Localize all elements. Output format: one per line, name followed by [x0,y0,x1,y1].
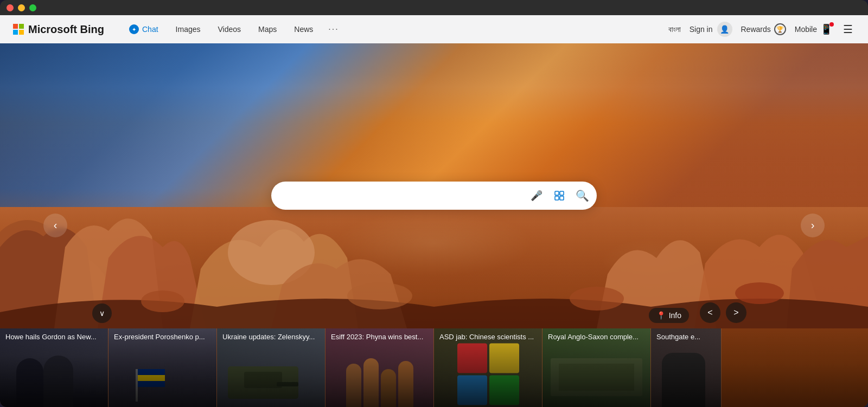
scroll-down-button[interactable]: ∨ [92,303,112,323]
next-image-button[interactable]: > [726,302,746,323]
chevron-left-icon: < [707,308,712,318]
nav-more[interactable]: ··· [323,21,344,37]
news-card[interactable]: Ukraine updates: Zelenskyy... [217,328,326,407]
bing-logo-text: Microsoft Bing [28,23,104,36]
hero-rocks-svg [0,139,868,328]
close-btn[interactable] [7,4,14,11]
news-card[interactable]: Howe hails Gordon as New... [0,328,108,407]
svg-rect-8 [560,191,564,195]
search-input[interactable] [282,191,526,201]
search-box: 🎤 🔍 [271,182,597,210]
svg-point-5 [570,287,624,311]
signin-button[interactable]: Sign in 👤 [690,22,732,37]
card-title: Ex-president Poroshenko p... [108,333,216,342]
news-card[interactable]: Esiff 2023: Phyna wins best... [326,328,434,407]
prev-image-button[interactable]: < [700,302,720,323]
hamburger-button[interactable]: ☰ [841,21,855,38]
card-title: Ukraine updates: Zelenskyy... [217,333,325,342]
svg-rect-10 [560,196,564,200]
location-pin-icon: 📍 [656,311,666,320]
rewards-button[interactable]: Rewards 🏆 [741,23,786,35]
scroll-right-arrow[interactable]: › [801,214,825,237]
search-icons: 🎤 🔍 [526,185,592,206]
card-title: Royal Anglo-Saxon comple... [542,333,650,342]
nav-images[interactable]: Images [168,22,208,37]
news-strip: Howe hails Gordon as New... [0,328,868,407]
svg-point-4 [347,282,412,309]
window-chrome [0,0,868,15]
avatar: 👤 [717,22,732,37]
search-button[interactable]: 🔍 [572,185,592,206]
news-card[interactable]: Royal Anglo-Saxon comple... [542,328,651,407]
navbar: Microsoft Bing ✦ Chat Images Videos Maps… [0,15,868,43]
mobile-button[interactable]: Mobile 📱 [795,23,832,35]
chevron-right-icon: > [733,308,738,318]
nav-maps[interactable]: Maps [251,22,284,37]
nav-videos[interactable]: Videos [210,22,249,37]
hero-section: 🎤 🔍 ∨ [0,43,868,407]
phone-icon-wrapper: 📱 [820,23,832,35]
nav-news[interactable]: News [286,22,321,37]
trophy-icon: 🏆 [774,23,786,35]
news-card[interactable]: Ex-president Poroshenko p... [108,328,217,407]
chevron-down-icon: ∨ [99,309,105,318]
svg-point-6 [735,282,784,304]
minimize-btn[interactable] [18,4,25,11]
card-title: Esiff 2023: Phyna wins best... [326,333,433,342]
language-button[interactable]: বাংলা [668,25,681,34]
nav-links: ✦ Chat Images Videos Maps News ··· [122,21,668,37]
news-card[interactable]: Southgate e... [651,328,722,407]
microsoft-logo [13,24,24,35]
notification-dot [829,22,834,27]
nav-right: বাংলা Sign in 👤 Rewards 🏆 Mobile 📱 ☰ [668,21,855,38]
svg-point-3 [141,290,184,312]
svg-rect-9 [555,196,559,200]
bing-logo[interactable]: Microsoft Bing [13,23,104,36]
nav-chat[interactable]: ✦ Chat [122,21,166,37]
chat-icon: ✦ [129,24,139,34]
scroll-left-arrow[interactable]: ‹ [43,214,67,237]
card-title: Howe hails Gordon as New... [0,333,108,342]
left-arrow-icon: ‹ [54,219,58,231]
right-arrow-icon: › [811,219,815,231]
info-button[interactable]: 📍 Info [649,308,689,323]
mic-button[interactable]: 🎤 [526,185,547,206]
maximize-btn[interactable] [29,4,36,11]
card-title: Southgate e... [651,333,721,342]
card-title: ASD jab: Chinese scientists ... [434,333,542,342]
search-container: 🎤 🔍 [271,182,597,210]
svg-rect-7 [555,191,559,195]
visual-search-button[interactable] [549,185,570,206]
news-card[interactable]: ASD jab: Chinese scientists ... [434,328,542,407]
